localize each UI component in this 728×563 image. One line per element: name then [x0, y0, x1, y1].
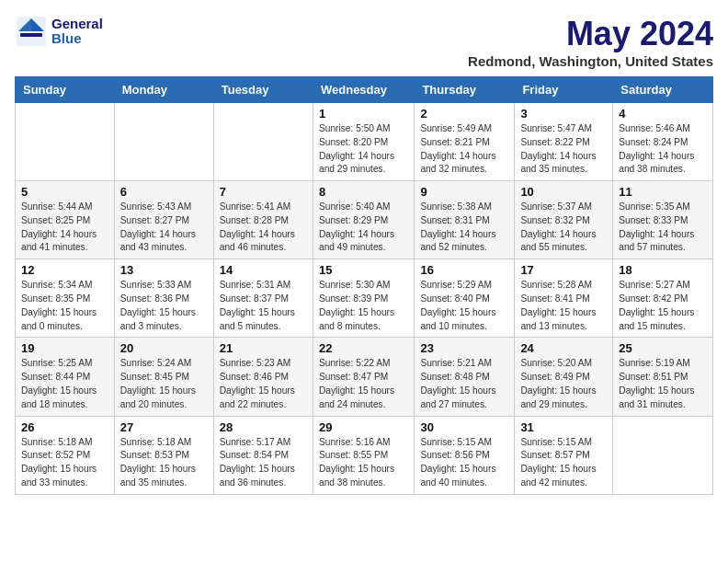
day-of-week-header: Sunday [16, 77, 115, 103]
cell-sunrise-info: Sunrise: 5:33 AM Sunset: 8:36 PM Dayligh… [120, 279, 208, 333]
calendar-cell: 17Sunrise: 5:28 AM Sunset: 8:41 PM Dayli… [515, 259, 613, 338]
calendar-cell: 23Sunrise: 5:21 AM Sunset: 8:48 PM Dayli… [415, 338, 515, 416]
day-number: 13 [120, 263, 208, 277]
day-number: 14 [220, 263, 307, 277]
calendar-cell: 10Sunrise: 5:37 AM Sunset: 8:32 PM Dayli… [515, 181, 613, 259]
day-number: 16 [420, 263, 508, 277]
calendar-cell: 26Sunrise: 5:18 AM Sunset: 8:52 PM Dayli… [16, 416, 115, 494]
cell-sunrise-info: Sunrise: 5:27 AM Sunset: 8:42 PM Dayligh… [619, 279, 707, 333]
cell-sunrise-info: Sunrise: 5:43 AM Sunset: 8:27 PM Dayligh… [120, 201, 208, 255]
cell-sunrise-info: Sunrise: 5:47 AM Sunset: 8:22 PM Dayligh… [520, 122, 607, 177]
calendar-header-row: SundayMondayTuesdayWednesdayThursdayFrid… [16, 77, 713, 103]
calendar-cell: 15Sunrise: 5:30 AM Sunset: 8:39 PM Dayli… [313, 259, 414, 338]
logo: General Blue [15, 15, 103, 48]
cell-sunrise-info: Sunrise: 5:49 AM Sunset: 8:21 PM Dayligh… [420, 122, 508, 177]
day-of-week-header: Friday [515, 77, 613, 103]
calendar-cell: 9Sunrise: 5:38 AM Sunset: 8:31 PM Daylig… [415, 181, 515, 259]
calendar-week-row: 26Sunrise: 5:18 AM Sunset: 8:52 PM Dayli… [16, 416, 713, 494]
cell-sunrise-info: Sunrise: 5:35 AM Sunset: 8:33 PM Dayligh… [619, 201, 707, 255]
cell-sunrise-info: Sunrise: 5:44 AM Sunset: 8:25 PM Dayligh… [21, 201, 108, 255]
cell-sunrise-info: Sunrise: 5:19 AM Sunset: 8:51 PM Dayligh… [619, 357, 707, 411]
cell-sunrise-info: Sunrise: 5:15 AM Sunset: 8:57 PM Dayligh… [520, 436, 607, 490]
calendar-cell: 18Sunrise: 5:27 AM Sunset: 8:42 PM Dayli… [613, 259, 713, 338]
calendar-week-row: 19Sunrise: 5:25 AM Sunset: 8:44 PM Dayli… [16, 338, 713, 416]
calendar-week-row: 5Sunrise: 5:44 AM Sunset: 8:25 PM Daylig… [16, 181, 713, 259]
day-number: 21 [220, 341, 307, 355]
calendar-cell: 1Sunrise: 5:50 AM Sunset: 8:20 PM Daylig… [313, 103, 414, 181]
calendar-cell [613, 416, 713, 494]
day-number: 2 [420, 107, 508, 121]
cell-sunrise-info: Sunrise: 5:20 AM Sunset: 8:49 PM Dayligh… [520, 357, 607, 411]
day-number: 12 [21, 263, 108, 277]
day-number: 25 [619, 341, 707, 355]
day-number: 10 [520, 185, 607, 199]
day-number: 8 [319, 185, 408, 199]
cell-sunrise-info: Sunrise: 5:24 AM Sunset: 8:45 PM Dayligh… [120, 357, 208, 411]
cell-sunrise-info: Sunrise: 5:29 AM Sunset: 8:40 PM Dayligh… [420, 279, 508, 333]
day-number: 23 [420, 341, 508, 355]
title-area: May 2024 Redmond, Washington, United Sta… [468, 15, 713, 69]
calendar-cell [16, 103, 115, 181]
cell-sunrise-info: Sunrise: 5:18 AM Sunset: 8:52 PM Dayligh… [21, 436, 108, 490]
day-number: 30 [420, 420, 508, 434]
day-of-week-header: Saturday [613, 77, 713, 103]
cell-sunrise-info: Sunrise: 5:31 AM Sunset: 8:37 PM Dayligh… [220, 279, 307, 333]
calendar-cell: 7Sunrise: 5:41 AM Sunset: 8:28 PM Daylig… [213, 181, 313, 259]
calendar-cell: 14Sunrise: 5:31 AM Sunset: 8:37 PM Dayli… [213, 259, 313, 338]
cell-sunrise-info: Sunrise: 5:15 AM Sunset: 8:56 PM Dayligh… [420, 436, 508, 490]
day-number: 15 [319, 263, 408, 277]
calendar-cell: 13Sunrise: 5:33 AM Sunset: 8:36 PM Dayli… [114, 259, 213, 338]
calendar-cell: 21Sunrise: 5:23 AM Sunset: 8:46 PM Dayli… [213, 338, 313, 416]
day-number: 18 [619, 263, 707, 277]
day-number: 27 [120, 420, 208, 434]
day-of-week-header: Monday [114, 77, 213, 103]
cell-sunrise-info: Sunrise: 5:23 AM Sunset: 8:46 PM Dayligh… [220, 357, 307, 411]
cell-sunrise-info: Sunrise: 5:16 AM Sunset: 8:55 PM Dayligh… [319, 436, 408, 490]
calendar-cell: 19Sunrise: 5:25 AM Sunset: 8:44 PM Dayli… [16, 338, 115, 416]
cell-sunrise-info: Sunrise: 5:28 AM Sunset: 8:41 PM Dayligh… [520, 279, 607, 333]
cell-sunrise-info: Sunrise: 5:46 AM Sunset: 8:24 PM Dayligh… [619, 122, 707, 177]
day-number: 26 [21, 420, 108, 434]
calendar-cell: 12Sunrise: 5:34 AM Sunset: 8:35 PM Dayli… [16, 259, 115, 338]
cell-sunrise-info: Sunrise: 5:34 AM Sunset: 8:35 PM Dayligh… [21, 279, 108, 333]
month-title: May 2024 [468, 15, 713, 53]
calendar-cell: 29Sunrise: 5:16 AM Sunset: 8:55 PM Dayli… [313, 416, 414, 494]
day-number: 29 [319, 420, 408, 434]
calendar-cell: 3Sunrise: 5:47 AM Sunset: 8:22 PM Daylig… [515, 103, 613, 181]
cell-sunrise-info: Sunrise: 5:41 AM Sunset: 8:28 PM Dayligh… [220, 201, 307, 255]
day-of-week-header: Thursday [415, 77, 515, 103]
day-number: 6 [120, 185, 208, 199]
logo-icon [15, 15, 48, 48]
calendar-cell [114, 103, 213, 181]
cell-sunrise-info: Sunrise: 5:18 AM Sunset: 8:53 PM Dayligh… [120, 436, 208, 490]
day-number: 19 [21, 341, 108, 355]
day-number: 7 [220, 185, 307, 199]
day-number: 17 [520, 263, 607, 277]
day-number: 22 [319, 341, 408, 355]
cell-sunrise-info: Sunrise: 5:30 AM Sunset: 8:39 PM Dayligh… [319, 279, 408, 333]
location-subtitle: Redmond, Washington, United States [468, 53, 713, 69]
day-number: 3 [520, 107, 607, 121]
day-of-week-header: Wednesday [313, 77, 414, 103]
cell-sunrise-info: Sunrise: 5:40 AM Sunset: 8:29 PM Dayligh… [319, 201, 408, 255]
page-header: General Blue May 2024 Redmond, Washingto… [15, 15, 713, 69]
calendar-cell: 31Sunrise: 5:15 AM Sunset: 8:57 PM Dayli… [515, 416, 613, 494]
calendar-cell: 20Sunrise: 5:24 AM Sunset: 8:45 PM Dayli… [114, 338, 213, 416]
day-number: 11 [619, 185, 707, 199]
calendar-cell: 30Sunrise: 5:15 AM Sunset: 8:56 PM Dayli… [415, 416, 515, 494]
calendar-cell: 16Sunrise: 5:29 AM Sunset: 8:40 PM Dayli… [415, 259, 515, 338]
svg-rect-3 [20, 33, 42, 37]
cell-sunrise-info: Sunrise: 5:25 AM Sunset: 8:44 PM Dayligh… [21, 357, 108, 411]
cell-sunrise-info: Sunrise: 5:17 AM Sunset: 8:54 PM Dayligh… [220, 436, 307, 490]
calendar-cell: 24Sunrise: 5:20 AM Sunset: 8:49 PM Dayli… [515, 338, 613, 416]
day-number: 9 [420, 185, 508, 199]
day-number: 20 [120, 341, 208, 355]
logo-text: General Blue [51, 17, 103, 47]
cell-sunrise-info: Sunrise: 5:21 AM Sunset: 8:48 PM Dayligh… [420, 357, 508, 411]
cell-sunrise-info: Sunrise: 5:37 AM Sunset: 8:32 PM Dayligh… [520, 201, 607, 255]
calendar-table: SundayMondayTuesdayWednesdayThursdayFrid… [15, 76, 713, 495]
calendar-cell [213, 103, 313, 181]
day-number: 5 [21, 185, 108, 199]
day-number: 31 [520, 420, 607, 434]
calendar-cell: 28Sunrise: 5:17 AM Sunset: 8:54 PM Dayli… [213, 416, 313, 494]
